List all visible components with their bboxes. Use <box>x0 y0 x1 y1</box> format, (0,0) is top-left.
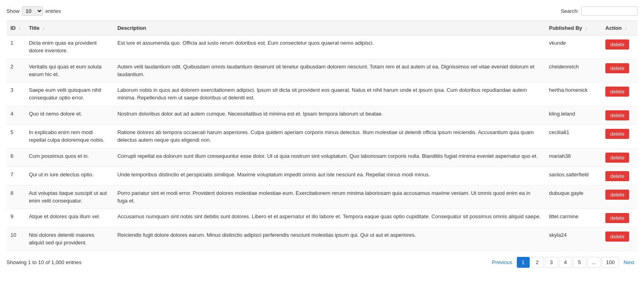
cell-action: delete <box>601 185 638 209</box>
delete-button[interactable]: delete <box>605 63 629 73</box>
cell-id: 8 <box>6 185 25 209</box>
pagination-prev-button[interactable]: Previous <box>489 257 516 267</box>
sort-icon-title[interactable]: ↕ <box>43 26 45 31</box>
delete-button[interactable]: delete <box>605 171 629 181</box>
col-header-action: Action ↕ <box>601 21 638 35</box>
cell-id: 4 <box>6 106 25 125</box>
cell-title: Veritatis qui quas et eum soluta earum h… <box>25 59 114 83</box>
cell-description: Unde temporibus distinctio et perspiciat… <box>114 167 545 185</box>
cell-action: delete <box>601 106 638 125</box>
cell-published-by: cecilia81 <box>545 125 601 149</box>
cell-action: delete <box>601 125 638 149</box>
delete-button[interactable]: delete <box>605 213 629 223</box>
pagination-page-4[interactable]: 4 <box>559 257 572 268</box>
show-entries-container: Show 102550100 entries <box>6 6 61 16</box>
pagination-page-...[interactable]: ... <box>587 257 601 268</box>
cell-action: delete <box>601 227 638 251</box>
cell-published-by: skyla24 <box>545 227 601 251</box>
top-controls: Show 102550100 entries Search: <box>6 6 638 16</box>
cell-published-by: cheidenreich <box>545 59 601 83</box>
table-row: 6Cum possimus quos et in.Corrupti repell… <box>6 148 638 167</box>
cell-action: delete <box>601 83 638 106</box>
cell-title: Qui ut in iure delectus optio. <box>25 167 114 185</box>
sort-icon-published[interactable]: ↕ <box>585 26 587 31</box>
cell-description: Porro pariatur sint et modi error. Provi… <box>114 185 545 209</box>
cell-id: 5 <box>6 125 25 149</box>
cell-description: Corrupti repellat ea dolorum sunt illum … <box>114 148 545 167</box>
table-header: ID ↕ Title ↕ Description Published By ↕ … <box>6 21 638 35</box>
cell-title: Atque et dolores quia illum vel. <box>25 209 114 227</box>
cell-id: 10 <box>6 227 25 251</box>
bottom-controls: Showing 1 to 10 of 1,000 entries Previou… <box>6 257 638 268</box>
showing-info: Showing 1 to 10 of 1,000 entries <box>6 259 81 265</box>
search-input[interactable] <box>581 6 638 16</box>
data-table: ID ↕ Title ↕ Description Published By ↕ … <box>6 21 638 251</box>
table-row: 8Aut voluptas itaque suscipit ut aut eni… <box>6 185 638 209</box>
table-row: 3Saepe eum velit quisquam nihil consequa… <box>6 83 638 106</box>
table-row: 5In explicabo enim rem modi repellat cul… <box>6 125 638 149</box>
cell-title: Quo id nemo dolore et. <box>25 106 114 125</box>
cell-description: Reiciendis fugit dolore dolores earum. M… <box>114 227 545 251</box>
col-header-published-by: Published By ↕ <box>545 21 601 35</box>
table-row: 4Quo id nemo dolore et.Nostrum doloribus… <box>6 106 638 125</box>
pagination: Previous12345...100Next <box>489 257 638 268</box>
cell-published-by: vkunde <box>545 35 601 59</box>
cell-id: 6 <box>6 148 25 167</box>
cell-description: Laborum nobis in quos aut dolorem exerci… <box>114 83 545 106</box>
table-body: 1Dicta enim quas ea provident dolore inv… <box>6 35 638 251</box>
delete-button[interactable]: delete <box>605 87 629 97</box>
col-header-id: ID ↕ <box>6 21 25 35</box>
pagination-page-3[interactable]: 3 <box>545 257 558 268</box>
delete-button[interactable]: delete <box>605 129 629 139</box>
cell-title: Dicta enim quas ea provident dolore inve… <box>25 35 114 59</box>
cell-published-by: dubuque.gayle <box>545 185 601 209</box>
cell-description: Est iure et assumenda quo. Officia aut i… <box>114 35 545 59</box>
cell-action: delete <box>601 35 638 59</box>
delete-button[interactable]: delete <box>605 232 629 242</box>
cell-description: Accusamus numquam sint nobis sint debiti… <box>114 209 545 227</box>
pagination-next-button[interactable]: Next <box>620 257 638 267</box>
cell-action: delete <box>601 167 638 185</box>
table-row: 2Veritatis qui quas et eum soluta earum … <box>6 59 638 83</box>
delete-button[interactable]: delete <box>605 190 629 200</box>
cell-action: delete <box>601 59 638 83</box>
cell-title: In explicabo enim rem modi repellat culp… <box>25 125 114 149</box>
delete-button[interactable]: delete <box>605 110 629 120</box>
delete-button[interactable]: delete <box>605 39 629 50</box>
cell-title: Saepe eum velit quisquam nihil consequat… <box>25 83 114 106</box>
table-row: 10Nisi dolores deleniti maiores aliquid … <box>6 227 638 251</box>
cell-title: Aut voluptas itaque suscipit ut aut enim… <box>25 185 114 209</box>
pagination-page-2[interactable]: 2 <box>531 257 544 268</box>
table-row: 1Dicta enim quas ea provident dolore inv… <box>6 35 638 59</box>
cell-id: 1 <box>6 35 25 59</box>
sort-icon-action[interactable]: ↕ <box>625 26 627 31</box>
cell-id: 2 <box>6 59 25 83</box>
col-header-description: Description <box>114 21 545 35</box>
cell-published-by: littel.carmine <box>545 209 601 227</box>
search-label: Search: <box>561 8 579 14</box>
cell-published-by: mariah36 <box>545 148 601 167</box>
cell-id: 3 <box>6 83 25 106</box>
cell-description: Nostrum doloribus dolor aut ad autem cum… <box>114 106 545 125</box>
table-row: 9Atque et dolores quia illum vel.Accusam… <box>6 209 638 227</box>
cell-action: delete <box>601 148 638 167</box>
entries-label: entries <box>45 8 61 14</box>
delete-button[interactable]: delete <box>605 153 629 163</box>
cell-description: Ratione dolores ab tempora occaecati har… <box>114 125 545 149</box>
col-header-title: Title ↕ <box>25 21 114 35</box>
cell-title: Nisi dolores deleniti maiores aliquid se… <box>25 227 114 251</box>
cell-id: 9 <box>6 209 25 227</box>
sort-icon-id[interactable]: ↕ <box>19 26 21 31</box>
pagination-page-1[interactable]: 1 <box>517 257 530 268</box>
cell-description: Autem velit laudantium odit. Quibusdam o… <box>114 59 545 83</box>
cell-title: Cum possimus quos et in. <box>25 148 114 167</box>
pagination-page-5[interactable]: 5 <box>573 257 586 268</box>
search-box: Search: <box>561 6 638 16</box>
table-row: 7Qui ut in iure delectus optio.Unde temp… <box>6 167 638 185</box>
cell-id: 7 <box>6 167 25 185</box>
pagination-page-100[interactable]: 100 <box>602 257 619 268</box>
cell-published-by: kling.leland <box>545 106 601 125</box>
show-label: Show <box>6 8 20 14</box>
entries-select[interactable]: 102550100 <box>22 6 43 16</box>
cell-published-by: hertha.homenick <box>545 83 601 106</box>
